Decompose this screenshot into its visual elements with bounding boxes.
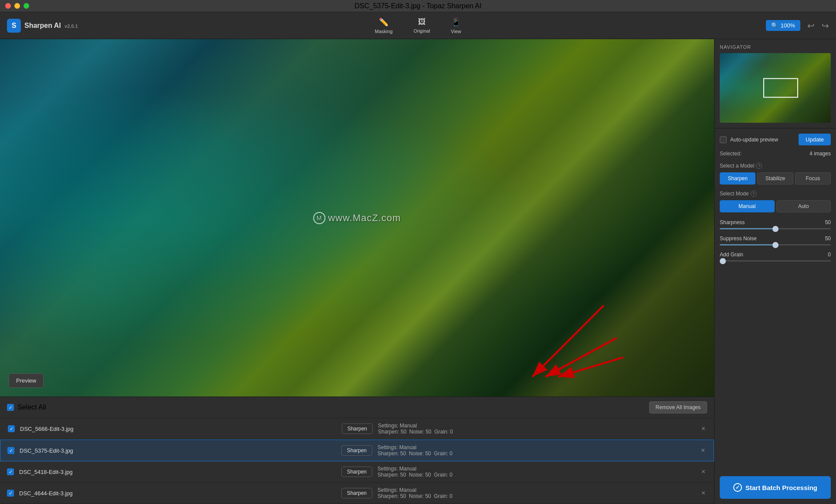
file-item-active: ✓ DSC_5375-Edit-3.jpg Sharpen Settings: … [0,440,714,461]
batch-check-icon: ✓ [733,483,742,492]
selected-count-row: Selected: 4 images [720,151,831,157]
selected-count: 4 images [809,151,831,157]
navigator-title: NAVIGATOR [720,44,831,50]
traffic-lights [5,3,29,9]
sharpen-badge-4[interactable]: Sharpen [341,488,372,498]
mode-buttons: Manual Auto [720,200,831,212]
remove-file-1[interactable]: × [700,423,707,434]
minimize-button[interactable] [14,3,20,9]
mode-section-label: Select Mode ? [720,191,831,197]
sharpness-track[interactable] [720,228,831,229]
view-button[interactable]: 📱 View [448,16,465,36]
mode-help-icon[interactable]: ? [751,191,757,197]
auto-update-row: Auto-update preview Update [720,134,831,145]
suppress-noise-thumb[interactable] [772,242,779,248]
logo-section: S Sharpen AI v2.0.1 [7,19,94,33]
select-all-label: Select All [17,403,46,411]
sharpness-thumb[interactable] [772,226,779,232]
masking-button[interactable]: ✏️ Masking [371,16,396,36]
app-logo: S [7,19,21,33]
model-help-icon[interactable]: ? [756,163,762,169]
right-tools: 🔍 100% ↩ ↪ [742,20,829,31]
right-sidebar: NAVIGATOR Auto-update preview Update Sel… [714,39,836,504]
auto-update-label: Auto-update preview [730,137,795,143]
suppress-noise-track[interactable] [720,244,831,245]
mode-auto-button[interactable]: Auto [776,200,831,212]
zoom-icon: 🔍 [771,22,778,29]
file-rows: ✓ DSC_5666-Edit-3.jpg Sharpen Settings: … [0,418,714,504]
file-settings-4: Settings: Manual Sharpen: 50 Noise: 50 G… [378,487,694,499]
titlebar: DSC_5375-Edit-3.jpg - Topaz Sharpen AI [0,0,836,12]
file-name-2: DSC_5375-Edit-3.jpg [20,447,336,454]
file-item-3: ✓ DSC_5418-Edit-3.jpg Sharpen Settings: … [0,461,714,483]
select-all-checkbox[interactable]: ✓ [7,404,14,411]
close-button[interactable] [5,3,11,9]
file-checkbox-4[interactable]: ✓ [7,490,14,497]
main-panel: M www.MacZ.com Preview [0,39,714,504]
filelist-area: ✓ Select All Remove All Images ✓ DSC_566… [0,396,714,504]
watermark: M www.MacZ.com [313,212,401,224]
preview-button[interactable]: Preview [9,373,44,388]
view-icon: 📱 [451,17,461,27]
update-button[interactable]: Update [799,134,831,145]
file-item: ✓ DSC_5666-Edit-3.jpg Sharpen Settings: … [0,418,714,440]
remove-file-2[interactable]: × [699,445,707,456]
filelist-header: ✓ Select All Remove All Images [0,397,714,418]
selected-label: Selected: [720,151,742,157]
sharpness-fill [720,228,775,229]
sharpen-badge-1[interactable]: Sharpen [342,423,373,434]
undo-button[interactable]: ↩ [807,20,815,31]
model-stabilize-button[interactable]: Stabilize [757,172,793,185]
maximize-button[interactable] [24,3,29,9]
file-checkbox-2[interactable]: ✓ [7,447,14,454]
remove-all-button[interactable]: Remove All Images [649,401,707,413]
auto-update-checkbox[interactable] [720,136,727,143]
sharpness-value: 50 [825,219,831,225]
model-buttons: Sharpen Stabilize Focus [720,172,831,185]
undo-redo: ↩ ↪ [807,20,829,31]
file-settings-2: Settings: Manual Sharpen: 50 Noise: 50 G… [378,444,694,457]
file-name-3: DSC_5418-Edit-3.jpg [19,469,336,475]
masking-icon: ✏️ [379,17,388,27]
model-focus-button[interactable]: Focus [795,172,831,185]
navigator-thumbnail [720,53,831,123]
content: M www.MacZ.com Preview [0,39,836,504]
suppress-noise-value: 50 [825,235,831,242]
start-batch-button[interactable]: ✓ Start Batch Processing [720,476,831,499]
app-name: Sharpen AI v2.0.1 [24,22,78,30]
original-icon: 🖼 [418,17,426,27]
add-grain-value: 0 [828,252,831,258]
navigator-section: NAVIGATOR [715,39,836,128]
nav-viewport-box[interactable] [763,78,798,98]
file-settings-3: Settings: Manual Sharpen: 50 Noise: 50 G… [378,466,694,478]
mode-manual-button[interactable]: Manual [720,200,775,212]
remove-file-4[interactable]: × [700,487,707,499]
add-grain-track[interactable] [720,260,831,262]
sharpen-badge-3[interactable]: Sharpen [341,467,372,477]
file-checkbox-1[interactable]: ✓ [8,425,15,432]
watermark-circle: M [313,212,325,224]
add-grain-thumb[interactable] [720,258,726,264]
sharpness-slider-group: Sharpness 50 [720,219,831,229]
model-section-label: Select a Model ? [720,163,831,169]
suppress-noise-fill [720,244,775,245]
file-checkbox-3[interactable]: ✓ [7,468,14,475]
original-button[interactable]: 🖼 Original [410,16,434,35]
model-sharpen-button[interactable]: Sharpen [720,172,755,185]
redo-button[interactable]: ↪ [822,20,829,31]
suppress-noise-slider-group: Suppress Noise 50 [720,235,831,245]
select-all-section: ✓ Select All [7,403,649,411]
person-gradient [0,39,357,396]
add-grain-label: Add Grain [720,252,743,258]
suppress-noise-label: Suppress Noise [720,235,757,242]
zoom-button[interactable]: 🔍 100% [766,20,800,31]
add-grain-slider-group: Add Grain 0 [720,252,831,262]
sharpness-label: Sharpness [720,219,745,225]
sharpen-badge-2[interactable]: Sharpen [341,445,372,456]
file-settings-1: Settings: Manual Sharpen: 50 Noise: 50 G… [378,423,694,435]
file-name-4: DSC_4644-Edit-3.jpg [19,490,336,497]
preview-area: M www.MacZ.com Preview [0,39,714,396]
remove-file-3[interactable]: × [700,466,707,477]
file-item-4: ✓ DSC_4644-Edit-3.jpg Sharpen Settings: … [0,483,714,504]
file-name-1: DSC_5666-Edit-3.jpg [20,426,337,432]
